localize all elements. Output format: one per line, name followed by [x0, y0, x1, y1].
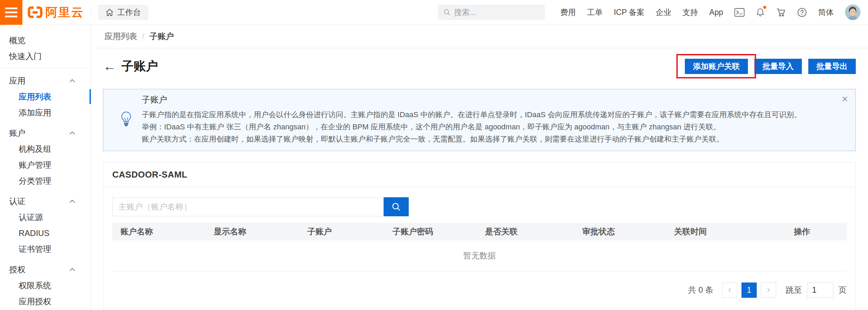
column-linked: 是否关联 — [477, 223, 574, 240]
sidebar-group-account-header[interactable]: 账户 — [0, 125, 91, 141]
sidebar-item-quickstart[interactable]: 快速入门 — [0, 48, 91, 64]
lightbulb-icon — [120, 111, 133, 129]
total-count: 共 0 条 — [688, 285, 713, 295]
notice-title: 子账户 — [142, 94, 835, 105]
card-header: CASDOOR-SAML — [103, 163, 855, 187]
empty-state: 暂无数据 — [112, 240, 847, 271]
global-search-input[interactable] — [454, 8, 540, 17]
sidebar-group-label: 认证 — [9, 196, 25, 207]
navbar-right-menu: 费用 工单 ICP 备案 企业 支持 App 简体 — [560, 4, 861, 20]
batch-import-button[interactable]: 批量导入 — [754, 59, 802, 74]
chevron-up-icon — [70, 79, 75, 83]
nav-link-icp-filing[interactable]: ICP 备案 — [614, 7, 644, 18]
column-subaccount-password: 子账户密码 — [384, 223, 477, 240]
chevron-up-icon — [70, 200, 75, 203]
sidebar-item-app-authorization[interactable]: 应用授权 — [0, 293, 91, 309]
breadcrumb-app-list[interactable]: 应用列表 — [104, 31, 137, 42]
logo-dash-icon — [33, 11, 38, 14]
sidebar-group-account: 账户 机构及组 账户管理 分类管理 — [0, 125, 91, 189]
sidebar-group-authorization: 授权 权限系统 应用授权 — [0, 261, 91, 309]
column-actions: 操作 — [786, 223, 847, 240]
jump-page-input[interactable] — [807, 282, 833, 298]
chevron-up-icon — [70, 268, 75, 271]
page-title: 子账户 — [121, 58, 158, 75]
sidebar-group-application-header[interactable]: 应用 — [0, 73, 91, 89]
sidebar-group-authentication-header[interactable]: 认证 — [0, 193, 91, 209]
nav-link-support[interactable]: 支持 — [682, 7, 698, 18]
sidebar-item-radius[interactable]: RADIUS — [0, 225, 91, 241]
logo-text: 阿里云 — [45, 4, 84, 20]
sidebar: 概览 快速入门 应用 应用列表 添加应用 账户 机构及组 账户管理 分类管理 认… — [0, 25, 91, 310]
sidebar-item-overview[interactable]: 概览 — [0, 32, 91, 48]
page-header: ← 子账户 添加账户关联 批量导入 批量导出 — [103, 56, 856, 77]
subaccount-table: 账户名称 显示名称 子账户 子账户密码 是否关联 审批状态 关联时间 操作 — [112, 223, 847, 271]
sidebar-item-account-mgmt[interactable]: 账户管理 — [0, 157, 91, 173]
sidebar-item-app-list[interactable]: 应用列表 — [0, 89, 91, 105]
column-link-time: 关联时间 — [666, 223, 786, 240]
search-button[interactable] — [384, 197, 409, 216]
locale-switcher[interactable]: 简体 — [818, 7, 834, 18]
column-display-name: 显示名称 — [206, 223, 299, 240]
help-icon[interactable] — [797, 7, 807, 17]
nav-link-tickets[interactable]: 工单 — [587, 7, 603, 18]
next-page-button[interactable]: › — [761, 282, 776, 298]
hamburger-menu-button[interactable] — [0, 0, 22, 25]
pagination: 共 0 条 ‹ 1 › 跳至 页 — [112, 282, 847, 310]
sidebar-item-category-mgmt[interactable]: 分类管理 — [0, 173, 91, 189]
hamburger-bar — [5, 12, 17, 13]
workbench-label: 工作台 — [117, 7, 141, 18]
avatar[interactable] — [845, 4, 861, 20]
nav-link-app[interactable]: App — [709, 8, 723, 17]
column-account-name: 账户名称 — [112, 223, 206, 240]
notice-line: 子账户指的是在指定应用系统中，用户会以什么身份进行访问。主账户指的是 IDaaS… — [142, 109, 835, 121]
alibaba-cloud-logo[interactable]: 阿里云 — [28, 4, 84, 20]
cart-icon[interactable] — [776, 7, 786, 17]
breadcrumb: 应用列表 / 子账户 — [91, 25, 868, 48]
sidebar-group-application: 应用 应用列表 添加应用 — [0, 73, 91, 121]
current-page-button[interactable]: 1 — [741, 282, 757, 298]
sidebar-group-label: 应用 — [9, 75, 25, 86]
primary-account-search-input[interactable] — [112, 197, 384, 216]
sidebar-item-add-app[interactable]: 添加应用 — [0, 105, 91, 121]
sidebar-item-auth-source[interactable]: 认证源 — [0, 209, 91, 225]
chevron-up-icon — [70, 131, 75, 135]
nav-link-billing[interactable]: 费用 — [560, 7, 576, 18]
hamburger-bar — [5, 7, 17, 9]
back-arrow-button[interactable]: ← — [103, 60, 116, 73]
notice-line: 举例：IDaaS 中有主账户 张三（用户名 zhangsan），在企业的 BPM… — [142, 121, 835, 133]
close-icon[interactable]: × — [842, 93, 848, 104]
search-icon — [443, 8, 451, 17]
batch-export-button[interactable]: 批量导出 — [808, 59, 856, 74]
global-search[interactable] — [438, 5, 545, 20]
notice-line: 账户关联方式：在应用创建时，如果选择了账户映射，即默认主账户和子账户完全一致，无… — [142, 133, 835, 145]
page-jump: 跳至 页 — [786, 282, 847, 298]
sidebar-item-org-groups[interactable]: 机构及组 — [0, 141, 91, 157]
sidebar-divider — [0, 68, 91, 68]
subaccount-notice: 子账户 子账户指的是在指定应用系统中，用户会以什么身份进行访问。主账户指的是 I… — [103, 89, 856, 151]
bell-icon[interactable] — [756, 7, 765, 17]
sidebar-item-cert-mgmt[interactable]: 证书管理 — [0, 241, 91, 257]
sidebar-group-label: 账户 — [9, 128, 25, 139]
nav-link-enterprise[interactable]: 企业 — [656, 7, 671, 18]
navbar-divider — [91, 7, 91, 17]
notice-body: 子账户 子账户指的是在指定应用系统中，用户会以什么身份进行访问。主账户指的是 I… — [142, 94, 835, 145]
prev-page-button[interactable]: ‹ — [722, 282, 737, 298]
column-approval-status: 审批状态 — [574, 223, 666, 240]
top-navbar: 阿里云 工作台 费用 工单 ICP 备案 企业 支持 App 简体 — [0, 0, 868, 25]
sidebar-item-permission-system[interactable]: 权限系统 — [0, 277, 91, 293]
sidebar-group-label: 授权 — [9, 264, 25, 275]
workbench-button[interactable]: 工作台 — [98, 5, 148, 20]
notification-dot — [763, 6, 766, 9]
table-header-row: 账户名称 显示名称 子账户 子账户密码 是否关联 审批状态 关联时间 操作 — [112, 223, 847, 240]
page-unit-label: 页 — [838, 285, 847, 295]
hamburger-bar — [5, 16, 17, 17]
page-actions: 添加账户关联 批量导入 批量导出 — [685, 59, 856, 74]
jump-label: 跳至 — [786, 285, 802, 295]
column-subaccount: 子账户 — [299, 223, 384, 240]
terminal-icon[interactable] — [734, 8, 745, 17]
account-search-row — [112, 197, 847, 216]
subaccount-card: CASDOOR-SAML — [103, 162, 856, 310]
add-account-link-button[interactable]: 添加账户关联 — [685, 59, 748, 74]
breadcrumb-separator: / — [142, 32, 144, 41]
sidebar-group-authorization-header[interactable]: 授权 — [0, 261, 91, 277]
